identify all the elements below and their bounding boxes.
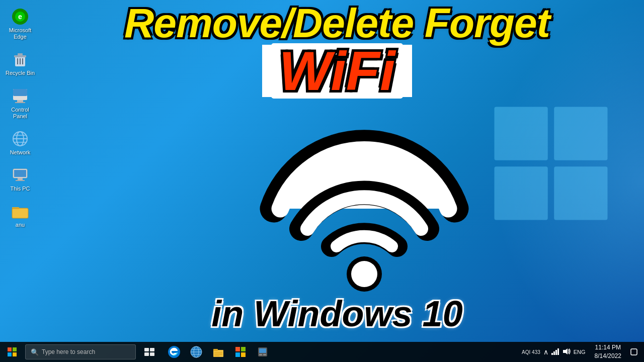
- control-panel-label: Control Panel: [5, 107, 35, 120]
- this-pc-icon: [11, 166, 29, 184]
- tray-expand-button[interactable]: ∧: [543, 348, 548, 356]
- anu-label: anu: [16, 222, 25, 228]
- notification-button[interactable]: [626, 342, 641, 362]
- svg-rect-59: [263, 354, 266, 355]
- microsoft-edge-icon: e: [11, 8, 29, 26]
- anu-folder-icon: [11, 202, 29, 220]
- windows-logo-watermark: [488, 101, 614, 226]
- start-button[interactable]: [0, 342, 24, 362]
- svg-rect-16: [15, 102, 25, 103]
- speaker-tray-icon[interactable]: [562, 348, 571, 356]
- svg-rect-62: [555, 350, 557, 355]
- svg-rect-48: [213, 349, 218, 351]
- svg-point-31: [351, 261, 377, 287]
- svg-rect-35: [13, 352, 17, 356]
- svg-rect-0: [495, 107, 548, 160]
- svg-rect-37: [150, 348, 154, 351]
- svg-rect-49: [214, 352, 222, 353]
- svg-rect-39: [150, 352, 154, 356]
- svg-rect-1: [554, 107, 607, 160]
- taskbar-app-file-explorer[interactable]: [207, 342, 229, 362]
- svg-rect-38: [144, 352, 149, 356]
- svg-rect-55: [241, 352, 246, 357]
- svg-rect-26: [16, 180, 25, 181]
- title-windows10: in Windows 10: [30, 293, 644, 334]
- svg-rect-58: [259, 354, 262, 355]
- search-icon: 🔍: [31, 348, 39, 356]
- taskbar-apps: [163, 342, 274, 362]
- svg-rect-63: [557, 348, 559, 355]
- svg-point-40: [168, 346, 180, 358]
- svg-rect-54: [235, 352, 240, 357]
- this-pc-label: This PC: [10, 186, 30, 192]
- network-icon: [11, 130, 29, 148]
- taskbar-clock[interactable]: 11:14 PM 8/14/2022: [590, 342, 626, 362]
- svg-rect-57: [259, 348, 266, 353]
- search-placeholder-text: Type here to search: [42, 348, 95, 355]
- svg-rect-15: [17, 100, 23, 102]
- taskbar-app-extra[interactable]: [252, 342, 274, 362]
- svg-rect-32: [8, 347, 12, 351]
- svg-rect-61: [553, 351, 555, 355]
- svg-rect-3: [554, 166, 607, 220]
- desktop-icon-network[interactable]: Network: [3, 127, 38, 158]
- svg-rect-25: [18, 178, 23, 180]
- svg-rect-53: [241, 347, 246, 351]
- task-view-button[interactable]: [138, 342, 160, 362]
- title-wifi: WiFi: [271, 43, 403, 99]
- svg-rect-8: [14, 55, 26, 57]
- svg-rect-50: [214, 354, 222, 355]
- svg-rect-2: [495, 166, 548, 220]
- taskbar-app-store[interactable]: [229, 342, 252, 362]
- aqi-indicator[interactable]: AQI 433: [522, 349, 540, 355]
- clock-date: 8/14/2022: [595, 352, 621, 360]
- svg-rect-52: [235, 347, 240, 351]
- taskbar-task-buttons: [138, 342, 160, 362]
- desktop-icon-this-pc[interactable]: This PC: [3, 163, 38, 195]
- wifi-symbol: [259, 108, 470, 299]
- overlay-content: Remove/Delete Forget WiFi: [30, 0, 644, 98]
- svg-rect-27: [12, 208, 28, 218]
- svg-rect-9: [18, 53, 23, 55]
- desktop: e Microsoft Edge Recycle Bin: [0, 0, 644, 362]
- clock-time: 11:14 PM: [595, 343, 621, 352]
- tray-icons: AQI 433 ∧: [518, 342, 590, 362]
- svg-rect-51: [214, 355, 219, 356]
- network-label: Network: [10, 149, 30, 156]
- desktop-icon-anu[interactable]: anu: [3, 200, 38, 231]
- network-tray-icon[interactable]: [551, 348, 559, 356]
- svg-rect-14: [13, 89, 27, 96]
- svg-rect-34: [8, 352, 12, 356]
- svg-rect-36: [144, 348, 149, 351]
- control-panel-icon: [11, 87, 29, 105]
- taskbar-system-tray: AQI 433 ∧: [518, 342, 644, 362]
- svg-rect-33: [13, 347, 17, 351]
- svg-text:e: e: [18, 13, 22, 21]
- taskbar-app-edge[interactable]: [163, 342, 185, 362]
- svg-rect-65: [631, 349, 637, 355]
- taskbar-search[interactable]: 🔍 Type here to search: [25, 344, 136, 359]
- title-remove-delete-forget: Remove/Delete Forget: [124, 3, 550, 44]
- language-indicator[interactable]: ENG: [574, 349, 586, 355]
- svg-marker-64: [563, 348, 568, 354]
- svg-rect-60: [551, 353, 553, 355]
- svg-rect-24: [14, 170, 26, 177]
- taskbar: 🔍 Type here to search: [0, 342, 644, 362]
- taskbar-app-browser[interactable]: [185, 342, 207, 362]
- recycle-bin-icon: [11, 50, 29, 68]
